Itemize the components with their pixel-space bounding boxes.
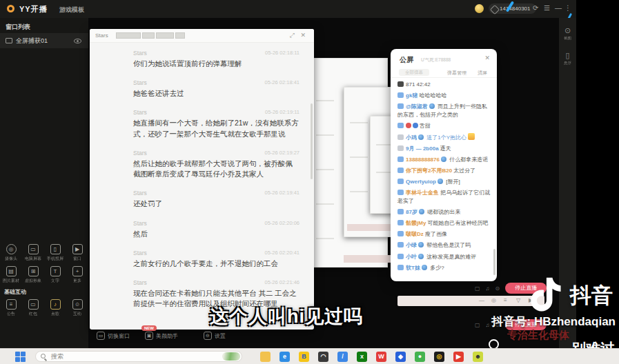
danmaku-message: 13888888876 什么都拿来造谣 [397, 156, 491, 164]
danmaku-text: 这称发亮是真的难评 [426, 254, 476, 260]
danmaku-scrollbar[interactable] [493, 249, 495, 275]
menu-icon[interactable]: ☰ [544, 3, 550, 13]
message-time: 05-26 02:20:06 [265, 220, 299, 226]
danmaku-text: 逐天 [440, 145, 451, 152]
danmaku-username: 小叶 [406, 254, 417, 260]
more-icon[interactable]: ⋮ [564, 3, 571, 13]
danmaku-username: 啵啵Dz [406, 231, 424, 237]
taskbar-app-wps[interactable]: W [376, 352, 386, 362]
tool-摄像头[interactable]: ◎摄像头 [0, 244, 22, 262]
phone-icon: ▯ [559, 51, 576, 60]
danmaku-text: 帮他色色是汉了吗 [426, 242, 471, 248]
tab-all-danmaku[interactable]: 全部弹幕 [399, 69, 429, 76]
taskbar-app-app-yellow[interactable]: B [299, 352, 309, 362]
danmaku-list[interactable]: 871 42:42gk猪 哈哈哈哈哈@陈淑君 而且上升到一些隐私的东西，包括开户… [391, 81, 497, 278]
screenshot-button[interactable]: ⊙ 截图 [559, 26, 576, 41]
danmaku-message: 舌甜 [397, 122, 491, 130]
refresh-icon[interactable]: ⟳ [533, 3, 538, 13]
tool-窗口[interactable]: ▶窗口 [66, 244, 88, 262]
pin-icon[interactable]: ⤢ [290, 32, 295, 39]
chat-message-list[interactable]: 05-26 02:18:11Stars你们为她说话置顶前行的弹幕理解05-26 … [90, 47, 309, 327]
tool-icon: T [50, 266, 61, 276]
taskbar-app-edge-browser[interactable]: e [279, 352, 290, 362]
taskbar-app-app-lime[interactable]: ☻ [473, 352, 483, 362]
danmaku-text: 送了1个Y抱比心 [426, 134, 466, 141]
taskbar-app-app-blue-slash[interactable]: / [337, 352, 348, 362]
tab-clear-screen[interactable]: 清屏 [478, 70, 487, 77]
tool-icon: ◎ [6, 244, 17, 254]
message-sender: Stars [133, 220, 147, 227]
switch-window-button[interactable]: ▭切换窗口 [97, 332, 130, 340]
douyin-account: 抖音号: HBzhendaqian [492, 314, 616, 330]
float-window-button[interactable]: ▯ 悬浮 [559, 51, 576, 66]
music-icon[interactable]: ♫ [486, 285, 490, 292]
tool-电脑屏幕[interactable]: ▭电脑屏幕 [22, 244, 44, 262]
yy-logo-icon [7, 5, 14, 12]
window-icon: ▭ [97, 332, 105, 340]
chat-window-title: Stars [95, 32, 108, 39]
start-button[interactable] [15, 352, 26, 362]
settings-button[interactable]: ⊖设置 [204, 332, 226, 340]
taskbar-app-app-dark[interactable]: ◠ [318, 352, 328, 362]
window-icon[interactable]: ▢ [475, 285, 480, 292]
tab-game-template[interactable]: 游戏模板 [59, 6, 84, 14]
level-badge-icon [397, 231, 404, 236]
monitor-icon [6, 38, 12, 43]
message-time: 05-26 02:18:41 [265, 79, 299, 85]
douyin-brand-text: 抖音 [570, 281, 613, 310]
taskbar-app-app-red[interactable]: ▶ [453, 352, 464, 362]
eye-icon[interactable] [74, 39, 81, 43]
settings-icon[interactable]: ⊙ [495, 285, 500, 292]
chat-window: Stars ⤢ ✕ 05-26 02:18:11Stars你们为她说话置顶前行的… [90, 29, 314, 330]
close-icon[interactable]: ✕ [300, 32, 306, 39]
danmaku-username: 13888888876 [406, 156, 440, 163]
danmaku-username: 软T妹 [406, 265, 420, 271]
taskbar-app-file-explorer[interactable] [260, 352, 271, 362]
beauty-icon: ▣ [145, 332, 153, 340]
taskbar-app-app-green[interactable]: ● [415, 352, 425, 362]
fan-medal-icon [418, 134, 424, 140]
close-icon[interactable]: ✕ [484, 54, 490, 61]
chat-window-titlebar[interactable]: Stars ⤢ ✕ [90, 29, 314, 43]
tool-手机投屏[interactable]: ▯手机投屏 [44, 244, 66, 262]
level-badge-icon [397, 145, 404, 151]
danmaku-text: 871 42:42 [406, 81, 431, 88]
level-badge-icon [397, 123, 404, 128]
list-icon: ≡ [504, 297, 507, 303]
sidebar-item-fullscreen-capture[interactable]: 全屏捕获01 [0, 33, 88, 48]
minimize-icon[interactable]: — [555, 3, 562, 13]
tool-icon: ▶ [72, 244, 83, 254]
record-icon: ◎ [491, 297, 496, 303]
minimize-icon: — [479, 297, 484, 303]
tool-更多[interactable]: +更多 [66, 266, 88, 284]
danmaku-username: 李林斗士金鱼 [406, 190, 439, 196]
taskbar-app-camera-app[interactable]: ◎ [434, 352, 444, 362]
search-highlight-image[interactable] [222, 352, 240, 361]
taskbar: 搜索 eB◠/xW◆●◎▶☻ [0, 348, 619, 364]
message-text: 然后让她的歌手就帮那个大哥说了两句，被乔酸佩截图断章后变成了辱骂廷仔小乔及其家人 [133, 159, 299, 179]
public-screen-panel: 公屏 U'气死:E78888 ✕ 全部弹幕 弹幕管理 清屏 871 42:42g… [391, 49, 497, 281]
beauty-assistant-button[interactable]: ▣美颜助手 [145, 332, 178, 340]
danmaku-text: 什么都拿来造谣 [449, 156, 488, 163]
tool-icon: + [72, 266, 83, 276]
public-screen-title: 公屏 [400, 55, 413, 65]
danmaku-message: 小叶 这称发亮是真的难评 [397, 253, 491, 261]
tool-文字[interactable]: T文字 [44, 266, 66, 284]
danmaku-message: gk猪 哈哈哈哈哈 [397, 92, 491, 100]
taskbar-app-xbox[interactable]: x [357, 352, 367, 362]
tab-danmaku-manage[interactable]: 弹幕管理 [447, 70, 466, 77]
app-title: YY开播 [19, 4, 48, 14]
danmaku-text: 瘦了画像 [425, 231, 447, 237]
message-text: 还处罚了 [133, 199, 299, 209]
danmaku-username: 骷髅jMy [406, 220, 426, 226]
gear-icon: ⊖ [204, 332, 212, 340]
avatar[interactable] [475, 4, 484, 13]
chat-scrollbar[interactable] [311, 103, 313, 179]
taskbar-app-app-blue[interactable]: ◆ [395, 352, 406, 362]
search-input[interactable]: 搜索 [35, 351, 242, 362]
tool-虚拟形象[interactable]: ⊞虚拟形象 [22, 266, 44, 284]
danmaku-message: 87岁 嗯都说的出来 [397, 208, 491, 216]
tool-图片素材[interactable]: ▤图片素材 [0, 266, 22, 284]
danmaku-username: 87岁 [406, 209, 417, 215]
level-badge-icon [397, 190, 404, 195]
